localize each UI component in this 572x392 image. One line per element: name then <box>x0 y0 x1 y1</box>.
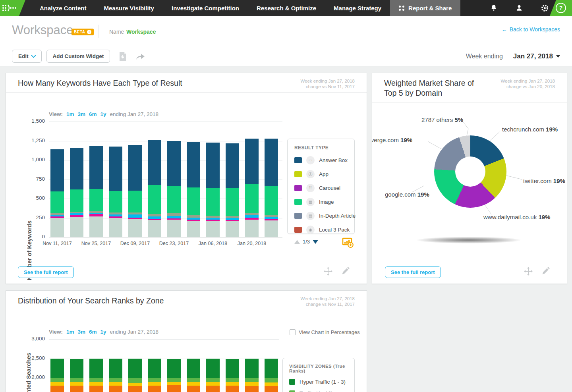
back-arrow-icon: ← <box>502 26 507 33</box>
bar-week-1[interactable] <box>50 359 64 392</box>
export-file-icon[interactable] <box>119 52 127 61</box>
conductor-logo[interactable] <box>0 0 25 16</box>
legend-item-in-depth-article[interactable]: ▤In-Depth Article <box>294 212 348 220</box>
nav-item-label: Measure Visibility <box>104 5 154 12</box>
bar-week-5[interactable] <box>128 359 142 392</box>
edit-widget-icon[interactable] <box>541 267 550 277</box>
bar-dec-23-2017[interactable] <box>167 141 181 237</box>
dropdown-caret-icon <box>556 55 560 58</box>
settings-icon[interactable] <box>540 4 549 12</box>
bar-jan-13-2018[interactable] <box>226 143 239 237</box>
move-widget-icon[interactable] <box>524 267 533 277</box>
view-range-3m[interactable]: 3m <box>78 111 86 117</box>
segment-yellow-zone-label-cut-off <box>245 382 259 386</box>
pie-label-percent: 19% <box>400 137 412 143</box>
edit-button-label: Edit <box>18 53 29 59</box>
bar-nov-18-2017[interactable] <box>70 148 83 237</box>
segment-yellow-zone-label-cut-off <box>128 383 142 386</box>
legend-item-image[interactable]: ▦Image <box>294 198 348 206</box>
bar-week-10[interactable] <box>226 359 239 392</box>
segment-hyper-traffic-1-3 <box>148 359 161 377</box>
page: Analyze ContentMeasure VisibilityInvesti… <box>0 0 572 392</box>
bar-week-3[interactable] <box>89 359 103 392</box>
view-range-6m[interactable]: 6m <box>89 329 97 335</box>
segment-answer-box <box>89 146 103 189</box>
nav-item-measure-visibility[interactable]: Measure Visibility <box>95 0 163 16</box>
top-nav: Analyze ContentMeasure VisibilityInvesti… <box>0 0 572 16</box>
nav-icons <box>489 0 549 16</box>
segment-answer-box <box>245 139 259 184</box>
x-tick-label: Nov 25, 2017 <box>77 241 115 246</box>
bar-week-9[interactable] <box>206 359 220 392</box>
bar-jan-27-2018[interactable] <box>265 139 278 237</box>
segment-hyper-traffic-1-3 <box>167 359 181 378</box>
week-ending-dropdown[interactable]: Jan 27, 2018 <box>513 52 560 60</box>
segment-yellow-zone-label-cut-off <box>167 382 181 386</box>
legend-item-local-3-pack[interactable]: ◉Local 3 Pack <box>294 226 348 234</box>
add-custom-widget-button[interactable]: Add Custom Widget <box>46 50 110 63</box>
meta-week-ending: Week ending Jan 27, 2018 <box>300 78 355 84</box>
segment-olive-segment <box>187 215 200 218</box>
segment-cyan-segment <box>128 214 142 218</box>
bar-jan-20-2018[interactable] <box>245 139 259 237</box>
bar-dec-16-2017[interactable] <box>148 140 161 237</box>
bar-week-12[interactable] <box>265 359 278 392</box>
see-full-report-button[interactable]: See the full report <box>385 266 441 278</box>
segment-other-result-types-light-sage <box>109 218 122 237</box>
bar-week-6[interactable] <box>148 359 161 392</box>
legend-item-carousel[interactable]: ⠿Carousel <box>294 184 348 192</box>
legend-item-answer-box[interactable]: ▭Answer Box <box>294 156 348 164</box>
info-icon: i <box>87 30 91 34</box>
notifications-icon[interactable] <box>489 4 498 12</box>
segment-orange-zone-label-cut-off <box>226 386 239 392</box>
view-range-3m[interactable]: 3m <box>78 329 86 335</box>
bar-dec-09-2017[interactable] <box>128 145 142 237</box>
segment-image <box>128 191 142 212</box>
legend-page-up-icon[interactable] <box>294 240 300 244</box>
legend-swatch <box>294 213 302 219</box>
market-widget-header: Weighted Market Share of Top 5 by Domain… <box>372 73 567 102</box>
bar-week-7[interactable] <box>167 359 181 392</box>
view-range-6m[interactable]: 6m <box>89 111 97 117</box>
view-range-1y[interactable]: 1y <box>100 329 106 335</box>
legend-item-hyper-traffic-1-3[interactable]: Hyper Traffic (1 - 3) <box>289 379 348 385</box>
view-percentages-checkbox[interactable]: View Chart in Percentages <box>290 329 360 335</box>
view-range-1m[interactable]: 1m <box>66 329 74 335</box>
bar-week-11[interactable] <box>245 359 259 392</box>
bar-jan-06-2018[interactable] <box>206 143 220 237</box>
back-to-workspaces-link[interactable]: ← Back to Workspaces <box>502 26 560 33</box>
bar-week-4[interactable] <box>109 359 122 392</box>
see-full-report-button[interactable]: See the full report <box>18 266 74 278</box>
legend-page-down-icon[interactable] <box>313 240 318 244</box>
share-icon[interactable] <box>135 52 146 60</box>
nav-item-investigate-competition[interactable]: Investigate Competition <box>163 0 248 16</box>
nav-item-research-optimize[interactable]: Research & Optimize <box>248 0 325 16</box>
account-icon[interactable] <box>515 4 524 12</box>
bar-nov-11-2017[interactable] <box>50 149 64 237</box>
view-range-1y[interactable]: 1y <box>100 111 106 117</box>
nav-item-analyze-content[interactable]: Analyze Content <box>31 0 95 16</box>
legend-item-app[interactable]: ⒶApp <box>294 170 348 178</box>
edit-widget-icon[interactable] <box>341 267 350 277</box>
legend-swatch <box>294 199 302 205</box>
move-widget-icon[interactable] <box>324 267 332 277</box>
legend-item-traffic-4-10[interactable]: Traffic (4 - 10) <box>289 390 348 392</box>
view-range-1m[interactable]: 1m <box>66 111 74 117</box>
nav-item-report-share[interactable]: Report & Share <box>390 0 460 16</box>
bar-nov-25-2017[interactable] <box>89 146 103 237</box>
edit-button[interactable]: Edit <box>12 50 42 63</box>
nav-item-manage-strategy[interactable]: Manage Strategy <box>325 0 390 16</box>
view-links: 1m3m6m1y <box>66 329 106 335</box>
segment-answer-box <box>109 147 122 191</box>
bar-week-2[interactable] <box>70 359 83 392</box>
gridline <box>49 339 279 340</box>
legend-item-label: Hyper Traffic (1 - 3) <box>300 379 346 385</box>
download-chart-icon[interactable] <box>342 237 354 249</box>
bar-dec-30-2017[interactable] <box>187 142 200 237</box>
donut-hole <box>455 156 485 187</box>
workspace-name-value[interactable]: Workspace <box>126 29 156 35</box>
legend-item-label: Carousel <box>319 185 340 191</box>
bar-week-8[interactable] <box>187 359 200 392</box>
bar-dec-02-2017[interactable] <box>109 147 122 237</box>
segment-yellow-zone-label-cut-off <box>206 382 220 386</box>
